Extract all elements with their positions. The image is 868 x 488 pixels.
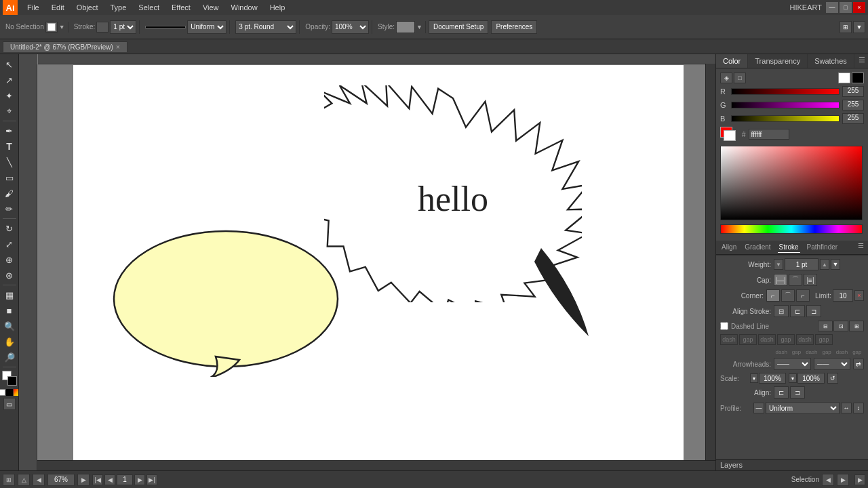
stroke-cap-select[interactable]: 3 pt. Round bbox=[235, 20, 296, 34]
menu-edit[interactable]: Edit bbox=[46, 2, 70, 13]
canvas-area[interactable]: hello bbox=[19, 54, 715, 470]
next-page-btn[interactable]: ▶ bbox=[134, 474, 145, 485]
zoom-down-btn[interactable]: ◀ bbox=[33, 474, 45, 486]
horizontal-scrollbar[interactable] bbox=[37, 460, 715, 470]
r-slider[interactable] bbox=[731, 88, 840, 95]
dash-input-3[interactable] bbox=[796, 334, 814, 345]
page-input[interactable] bbox=[117, 474, 133, 485]
background-swatch[interactable] bbox=[724, 130, 736, 141]
scale-reset-btn[interactable]: ↺ bbox=[827, 373, 838, 384]
cap-butt-btn[interactable]: |—| bbox=[774, 274, 787, 286]
cap-square-btn[interactable]: |≡| bbox=[804, 274, 817, 286]
corner-miter-btn[interactable]: ⌐ bbox=[766, 289, 780, 302]
align-left-btn[interactable]: ⊏ bbox=[774, 386, 789, 399]
document-setup-button[interactable]: Document Setup bbox=[429, 20, 489, 34]
fill-box[interactable] bbox=[0, 389, 5, 396]
panel-menu-button[interactable]: ☰ bbox=[856, 54, 868, 68]
menu-window[interactable]: Window bbox=[226, 2, 263, 13]
type-tool[interactable]: T bbox=[1, 139, 18, 154]
stroke-icon[interactable] bbox=[96, 22, 108, 33]
minimize-button[interactable]: — bbox=[826, 2, 838, 13]
weight-dropdown[interactable]: ▼ bbox=[831, 259, 840, 270]
hand-tool[interactable]: ✋ bbox=[1, 334, 18, 349]
gradient-box[interactable] bbox=[14, 389, 20, 396]
limit-input[interactable] bbox=[833, 289, 853, 302]
blend-tool[interactable]: ⊕ bbox=[1, 252, 18, 267]
stroke-weight-select[interactable]: 1 pt bbox=[110, 20, 136, 34]
zoom-up-btn[interactable]: ▶ bbox=[77, 474, 90, 486]
scale-input-2[interactable] bbox=[797, 373, 825, 384]
pen-tool[interactable]: ✒ bbox=[1, 123, 18, 138]
align-outside-btn[interactable]: ⊐ bbox=[806, 305, 821, 317]
status-options-btn[interactable]: ▶ bbox=[854, 474, 865, 485]
profile-flip-x[interactable]: ↔ bbox=[841, 403, 852, 413]
align-inside-btn[interactable]: ⊏ bbox=[790, 305, 805, 317]
weight-down-btn[interactable]: ▼ bbox=[774, 259, 783, 270]
pencil-tool[interactable]: ✏ bbox=[1, 201, 18, 216]
r-value[interactable]: 255 bbox=[842, 86, 864, 97]
b-slider[interactable] bbox=[731, 115, 840, 122]
stroke-type-select[interactable]: Uniform bbox=[187, 20, 226, 34]
rect-tool[interactable]: ▭ bbox=[1, 170, 18, 185]
corner-round-btn[interactable]: ⌒ bbox=[781, 289, 795, 302]
menu-select[interactable]: Select bbox=[133, 2, 165, 13]
gap-input-3[interactable] bbox=[815, 334, 833, 345]
eyedropper-tool[interactable]: 🔍 bbox=[1, 319, 18, 333]
black-swatch[interactable] bbox=[852, 73, 864, 83]
cap-round-btn[interactable]: ⌒ bbox=[789, 274, 802, 286]
tab-align[interactable]: Align bbox=[720, 242, 738, 253]
menu-view[interactable]: View bbox=[197, 2, 224, 13]
opacity-select[interactable]: 100% bbox=[332, 20, 369, 34]
gradient-tool[interactable]: ■ bbox=[1, 303, 18, 318]
preferences-button[interactable]: Preferences bbox=[491, 20, 537, 34]
corner-bevel-btn[interactable]: ⌐ bbox=[796, 289, 810, 302]
tab-stroke[interactable]: Stroke bbox=[778, 242, 800, 253]
direct-selection-tool[interactable]: ↗ bbox=[1, 73, 18, 87]
menu-file[interactable]: File bbox=[22, 2, 45, 13]
maximize-button[interactable]: □ bbox=[840, 2, 852, 13]
tab-color[interactable]: Color bbox=[716, 54, 748, 68]
profile-select[interactable]: Uniform bbox=[766, 402, 840, 414]
color-spectrum-bar[interactable] bbox=[720, 224, 863, 234]
scale1-down[interactable]: ▼ bbox=[750, 373, 758, 383]
paintbrush-tool[interactable]: 🖌 bbox=[1, 186, 18, 201]
dashed-line-checkbox[interactable] bbox=[720, 322, 728, 330]
tab-close-button[interactable]: × bbox=[116, 43, 120, 51]
lasso-tool[interactable]: ⌖ bbox=[1, 104, 18, 119]
dash-input-2[interactable] bbox=[758, 334, 776, 345]
swap-arrowheads-btn[interactable]: ⇄ bbox=[853, 359, 864, 369]
gap-input-2[interactable] bbox=[777, 334, 795, 345]
scale2-down[interactable]: ▼ bbox=[789, 373, 797, 383]
b-value[interactable]: 255 bbox=[842, 113, 864, 124]
canvas-surface[interactable]: hello bbox=[73, 65, 684, 465]
stroke-panel-menu[interactable]: ☰ bbox=[858, 242, 864, 253]
vertical-scrollbar[interactable] bbox=[705, 64, 715, 460]
dash-type-3[interactable]: ⊞ bbox=[849, 321, 864, 331]
column-graph-tool[interactable]: ▦ bbox=[1, 287, 18, 302]
style-swatch[interactable] bbox=[396, 21, 415, 33]
stroke-box[interactable] bbox=[6, 389, 13, 396]
rotate-tool[interactable]: ↻ bbox=[1, 221, 18, 236]
prev-page-btn[interactable]: ◀ bbox=[104, 474, 115, 485]
hex-input[interactable] bbox=[749, 129, 789, 140]
align-center-btn[interactable]: ⊟ bbox=[774, 305, 789, 317]
fill-swatch[interactable] bbox=[45, 22, 58, 33]
color-swatches[interactable] bbox=[2, 371, 17, 386]
panel-toggle[interactable]: ▼ bbox=[853, 21, 865, 33]
dash-input-1[interactable] bbox=[720, 334, 738, 345]
menu-help[interactable]: Help bbox=[264, 2, 291, 13]
swatch-icon[interactable]: □ bbox=[734, 73, 746, 83]
weight-up-btn[interactable]: ▲ bbox=[820, 259, 829, 270]
first-page-btn[interactable]: |◀ bbox=[92, 474, 103, 485]
last-page-btn[interactable]: ▶| bbox=[146, 474, 157, 485]
tab-gradient[interactable]: Gradient bbox=[743, 242, 772, 253]
zoom-tool[interactable]: 🔎 bbox=[1, 350, 18, 365]
menu-effect[interactable]: Effect bbox=[166, 2, 196, 13]
magic-wand-tool[interactable]: ✦ bbox=[1, 88, 18, 103]
canvas-mode-next[interactable]: ▶ bbox=[837, 474, 849, 486]
scale-input-1[interactable] bbox=[759, 373, 786, 384]
menu-type[interactable]: Type bbox=[105, 2, 132, 13]
tab-pathfinder[interactable]: Pathfinder bbox=[806, 242, 840, 253]
gap-input-1[interactable] bbox=[739, 334, 757, 345]
canvas-mode-prev[interactable]: ◀ bbox=[822, 474, 834, 486]
